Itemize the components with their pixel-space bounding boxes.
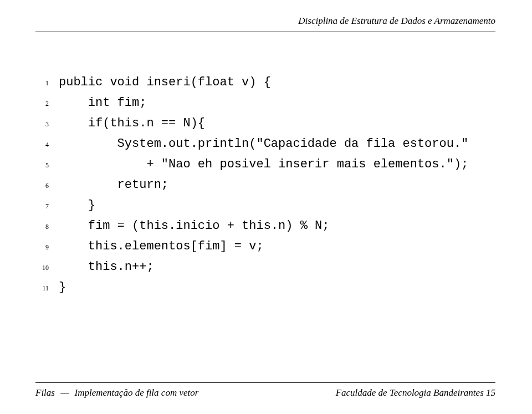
code-line: 1 public void inseri(float v) { [35,72,510,93]
code-listing: 1 public void inseri(float v) { 2 int fi… [35,72,510,298]
code-line: 10 this.n++; [35,257,510,277]
code-line: 3 if(this.n == N){ [35,113,510,134]
code-text: + "Nao eh posivel inserir mais elementos… [59,154,468,175]
line-number: 9 [35,237,59,258]
footer-right: Faculdade de Tecnologia Bandeirantes 15 [336,387,495,398]
code-line: 5 + "Nao eh posivel inserir mais element… [35,154,510,175]
code-text: if(this.n == N){ [59,113,205,134]
code-line: 6 return; [35,175,510,195]
line-number: 6 [35,176,59,196]
line-number: 1 [35,73,59,94]
header-text: Disciplina de Estrutura de Dados e Armaz… [298,16,495,26]
line-number: 2 [35,94,59,114]
page-footer: Filas — Implementação de fila com vetor … [35,387,495,398]
header-rule [35,32,495,32]
code-text: } [59,277,66,298]
code-line: 7 } [35,195,510,216]
line-number: 4 [35,135,59,155]
footer-left-suffix: Implementação de fila com vetor [75,387,199,398]
footer-separator: — [60,387,69,398]
code-text: this.elementos[fim] = v; [59,236,264,257]
code-line: 9 this.elementos[fim] = v; [35,236,510,257]
footer-right-text: Faculdade de Tecnologia Bandeirantes [336,387,484,398]
line-number: 5 [35,155,59,176]
code-text: this.n++; [59,257,154,277]
footer-left-prefix: Filas [35,387,55,398]
code-text: return; [59,175,168,195]
code-line: 11 } [35,277,510,298]
line-number: 7 [35,196,59,217]
code-line: 2 int fim; [35,93,510,113]
line-number: 11 [35,278,59,299]
line-number: 8 [35,217,59,237]
code-line: 8 fim = (this.inicio + this.n) % N; [35,216,510,236]
line-number: 3 [35,114,59,135]
page-header: Disciplina de Estrutura de Dados e Armaz… [298,16,495,27]
code-text: System.out.println("Capacidade da fila e… [59,134,468,154]
code-text: } [59,195,95,216]
footer-left: Filas — Implementação de fila com vetor [35,387,198,398]
footer-rule [35,382,495,383]
code-text: public void inseri(float v) { [59,72,271,93]
code-line: 4 System.out.println("Capacidade da fila… [35,134,510,154]
line-number: 10 [35,258,59,278]
code-text: int fim; [59,93,146,113]
page-number: 15 [486,387,495,398]
code-text: fim = (this.inicio + this.n) % N; [59,216,329,236]
